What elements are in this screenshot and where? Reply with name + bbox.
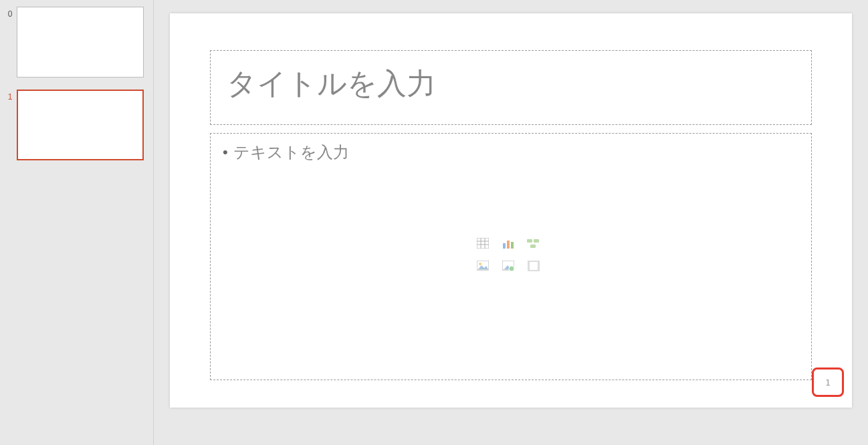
title-placeholder-text: タイトルを入力 [227,67,436,100]
thumbnail-wrapper-1: 1 [3,90,150,160]
svg-rect-6 [507,241,510,249]
content-placeholder-text: テキストを入力 [233,142,349,163]
video-icon[interactable] [527,260,540,272]
online-picture-icon[interactable] [502,260,515,272]
slide-thumbnail-1[interactable] [17,90,144,160]
insert-content-icons [476,237,546,276]
bullet-icon: • [223,144,228,161]
svg-point-12 [479,263,481,265]
svg-rect-10 [530,245,536,248]
svg-rect-18 [528,261,530,271]
title-placeholder[interactable]: タイトルを入力 [210,50,812,125]
chart-icon[interactable] [502,237,515,249]
thumbnail-wrapper-0: 0 [3,7,150,78]
slide-page-number: 1 [825,378,831,388]
svg-rect-8 [527,239,532,243]
slide-thumbnail-0[interactable] [17,7,144,78]
slide-thumbnail-panel: 0 1 [0,0,154,445]
slide-editor-area: タイトルを入力 • テキストを入力 [154,0,868,445]
svg-rect-19 [538,261,540,271]
thumbnail-index: 0 [3,7,17,19]
content-placeholder[interactable]: • テキストを入力 [210,133,812,380]
svg-point-16 [509,266,514,271]
smartart-icon[interactable] [527,237,540,249]
content-bullet-line: • テキストを入力 [223,142,799,163]
svg-rect-5 [503,243,506,249]
page-number-highlight: 1 [812,367,844,397]
svg-rect-7 [511,242,514,249]
svg-marker-13 [478,265,488,269]
svg-rect-9 [534,239,539,243]
picture-icon[interactable] [476,260,490,272]
table-icon[interactable] [476,237,490,249]
svg-rect-0 [477,238,489,249]
thumbnail-index: 1 [3,90,17,102]
slide-canvas[interactable]: タイトルを入力 • テキストを入力 [170,13,852,408]
